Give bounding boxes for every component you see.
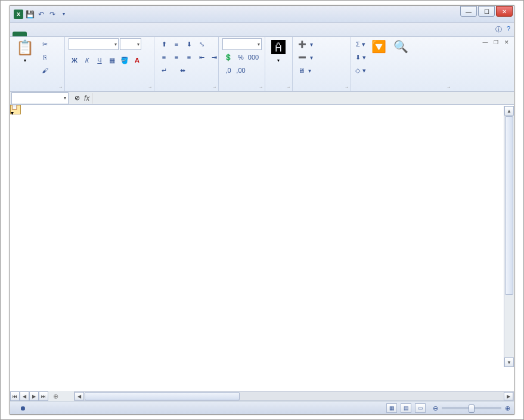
normal-view-icon[interactable]: ▦: [386, 403, 397, 413]
fx-cancel-icon[interactable]: ⊘: [72, 94, 82, 102]
ribbon-tabs: ⓘ ?: [10, 23, 514, 37]
macro-record-icon[interactable]: ⏺: [20, 405, 26, 412]
currency-icon[interactable]: 💲: [222, 51, 234, 63]
align-center-icon[interactable]: ≡: [170, 51, 182, 63]
scroll-down-icon[interactable]: ▼: [504, 357, 514, 367]
find-select-button[interactable]: 🔍: [391, 38, 411, 56]
sheet-nav-last-icon[interactable]: ⏭: [39, 391, 48, 401]
inc-decimal-icon[interactable]: ,0: [222, 64, 234, 76]
paste-button[interactable]: 📋 ▼: [14, 38, 36, 64]
styles-icon: 🅰: [271, 39, 286, 56]
indent-inc-icon[interactable]: ⇥: [208, 51, 220, 63]
doc-minimize-icon[interactable]: —: [480, 38, 490, 46]
insert-cells-button[interactable]: ➕ ▾: [296, 38, 347, 50]
merge-icon[interactable]: ⬌: [170, 64, 194, 76]
zoom-out-icon[interactable]: ⊖: [433, 405, 438, 412]
undo-icon[interactable]: ↶: [36, 10, 46, 19]
name-box[interactable]: [11, 92, 69, 104]
ribbon: — ❐ ✕ 📋 ▼ ✂ ⎘ 🖌: [10, 37, 514, 92]
styles-group-label: [269, 90, 289, 91]
paste-icon: 📋: [16, 39, 34, 56]
titlebar: X 💾 ↶ ↷ ▾ — ☐ ✕: [10, 6, 514, 23]
dec-decimal-icon[interactable]: ,00: [235, 64, 247, 76]
sheet-nav-prev-icon[interactable]: ◀: [20, 391, 29, 401]
font-color-button[interactable]: А: [131, 54, 143, 66]
file-tab[interactable]: [13, 32, 27, 36]
scroll-up-icon[interactable]: ▲: [504, 106, 514, 116]
minimize-ribbon-icon[interactable]: ⓘ: [495, 25, 502, 34]
paste-options-icon[interactable]: 📋▾: [10, 105, 21, 114]
editing-group-label: [355, 90, 449, 91]
autosum-icon[interactable]: Σ ▾: [355, 38, 367, 50]
number-group-label: [222, 90, 261, 91]
vertical-scroll-thumb[interactable]: [505, 116, 513, 295]
sort-filter-button[interactable]: 🔽: [369, 38, 389, 56]
indent-dec-icon[interactable]: ⇤: [196, 51, 207, 63]
format-painter-icon[interactable]: 🖌: [39, 64, 51, 76]
page-break-view-icon[interactable]: ▭: [415, 403, 426, 413]
spreadsheet-grid[interactable]: 📋▾: [10, 105, 514, 366]
redo-icon[interactable]: ↷: [48, 10, 57, 19]
new-sheet-icon[interactable]: ⊕: [49, 393, 62, 400]
delete-cells-button[interactable]: ➖ ▾: [296, 51, 347, 63]
sheet-tab-bar: ⏮ ◀ ▶ ⏭ ⊕ ◀ ▶: [10, 391, 514, 402]
doc-close-icon[interactable]: ✕: [502, 38, 511, 46]
cut-icon[interactable]: ✂: [39, 38, 51, 50]
format-icon: 🖥: [298, 67, 305, 74]
underline-button[interactable]: Ч: [94, 54, 106, 66]
font-name-select[interactable]: [69, 38, 119, 50]
excel-icon: X: [14, 10, 23, 19]
fx-icon[interactable]: fx: [84, 94, 89, 102]
find-icon: 🔍: [393, 39, 408, 54]
font-group-label: [69, 90, 150, 91]
fill-color-button[interactable]: 🪣: [119, 54, 131, 66]
percent-icon[interactable]: %: [235, 51, 247, 63]
styles-button[interactable]: 🅰 ▼: [269, 38, 288, 64]
close-button[interactable]: ✕: [496, 6, 513, 17]
clear-icon[interactable]: ◇ ▾: [355, 64, 367, 76]
wrap-text-icon[interactable]: ↵: [158, 64, 170, 76]
help-icon[interactable]: ?: [507, 25, 510, 34]
number-format-select[interactable]: [222, 38, 262, 50]
qat-more-icon[interactable]: ▾: [59, 10, 69, 19]
orientation-icon[interactable]: ⤡: [196, 38, 207, 50]
maximize-button[interactable]: ☐: [478, 6, 495, 17]
vertical-scrollbar[interactable]: ▲ ▼: [504, 106, 514, 367]
zoom-slider[interactable]: [442, 407, 501, 409]
align-top-icon[interactable]: ⬆: [158, 38, 170, 50]
horizontal-scroll-thumb[interactable]: [85, 392, 240, 400]
formula-input[interactable]: [92, 93, 96, 104]
page-layout-view-icon[interactable]: ▤: [401, 403, 411, 413]
sheet-nav-next-icon[interactable]: ▶: [29, 391, 39, 401]
scroll-left-icon[interactable]: ◀: [75, 392, 84, 400]
quick-access-toolbar: X 💾 ↶ ↷ ▾: [10, 10, 69, 19]
delete-icon: ➖: [298, 54, 306, 61]
horizontal-scrollbar[interactable]: ◀ ▶: [74, 391, 514, 401]
clipboard-group-label: [14, 90, 61, 91]
doc-restore-icon[interactable]: ❐: [491, 38, 501, 46]
italic-button[interactable]: К: [81, 54, 93, 66]
save-icon[interactable]: 💾: [25, 10, 35, 19]
minimize-button[interactable]: —: [460, 6, 477, 17]
scroll-right-icon[interactable]: ▶: [504, 392, 513, 400]
cells-group-label: [296, 90, 347, 91]
formula-bar: ⊘ fx: [10, 92, 514, 105]
copy-icon[interactable]: ⎘: [39, 51, 51, 63]
border-button[interactable]: ▦: [106, 54, 118, 66]
format-cells-button[interactable]: 🖥 ▾: [296, 64, 347, 76]
sheet-nav-first-icon[interactable]: ⏮: [10, 391, 20, 401]
align-bottom-icon[interactable]: ⬇: [183, 38, 195, 50]
sort-icon: 🔽: [371, 39, 386, 54]
alignment-group-label: [158, 90, 215, 91]
align-middle-icon[interactable]: ≡: [170, 38, 182, 50]
comma-icon[interactable]: 000: [247, 51, 259, 63]
bold-button[interactable]: Ж: [69, 54, 80, 66]
zoom-in-icon[interactable]: ⊕: [505, 405, 510, 412]
fill-icon[interactable]: ⬇ ▾: [355, 51, 367, 63]
insert-icon: ➕: [298, 41, 306, 48]
status-bar: ⏺ ▦ ▤ ▭ ⊖ ⊕: [10, 402, 514, 414]
font-size-select[interactable]: [120, 38, 141, 50]
align-left-icon[interactable]: ≡: [158, 51, 170, 63]
align-right-icon[interactable]: ≡: [183, 51, 195, 63]
